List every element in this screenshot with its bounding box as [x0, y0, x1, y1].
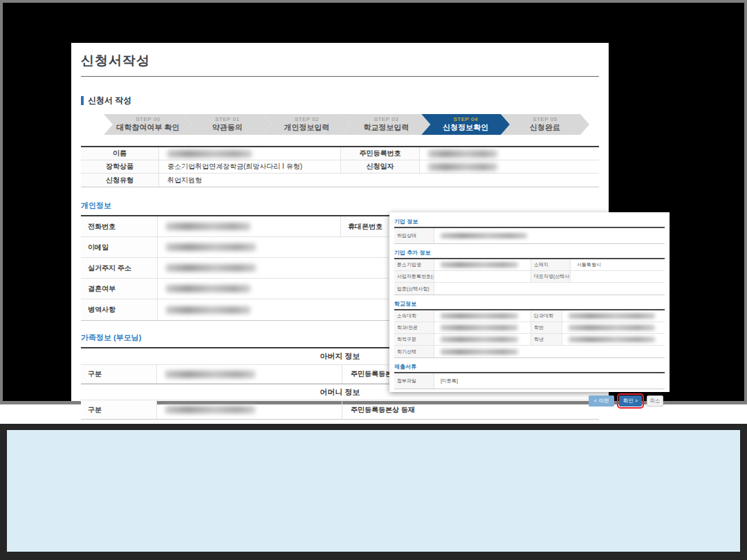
- location-label: 소재지: [531, 259, 571, 270]
- biz-no-label: 사업자등록번호(선택사항): [394, 271, 434, 282]
- table-row: 이름 주민등록번호: [81, 147, 599, 160]
- student-no-label: 학번: [531, 322, 562, 333]
- name-value: [159, 147, 341, 160]
- employment-status-label: 취업상태: [394, 228, 434, 243]
- table-row: 학과/전공 학번: [394, 322, 665, 334]
- table-row: 신청유형 취업지원형: [81, 174, 599, 187]
- industry-label: 업종(선택사항): [394, 283, 434, 295]
- step-01-terms-agreement: STEP 01 약관동의: [183, 114, 272, 135]
- step-number: STEP 05: [533, 116, 557, 123]
- step-05-complete: STEP 05 신청완료: [501, 114, 589, 135]
- attachment-value: [미등록]: [434, 373, 665, 389]
- phone-label: 전화번호: [81, 216, 158, 236]
- step-number: STEP 01: [215, 116, 239, 123]
- employment-status-value: [434, 228, 665, 243]
- bottom-dark-frame: [0, 424, 747, 560]
- redacted-mother: [165, 406, 255, 413]
- mother-type-label: 구분: [81, 400, 157, 419]
- confirm-button-highlighted[interactable]: 확인 >: [619, 395, 642, 407]
- father-type-label: 구분: [81, 365, 157, 383]
- redacted-phone: [166, 223, 250, 230]
- grade-label: 학년: [531, 334, 562, 345]
- company-info-heading: 기업 정보: [394, 218, 665, 225]
- type-label: 신청유형: [81, 174, 159, 187]
- company-extra-table: 중소기업명 소재지 서울특별시 사업자등록번호(선택사항) 대표자명(선택사항)…: [394, 258, 665, 295]
- attachment-label: 첨부파일: [394, 373, 434, 389]
- table-row: 첨부파일 [미등록]: [394, 373, 665, 389]
- table-row: 학적구분 학년: [394, 334, 665, 346]
- step-00-university-check: STEP 00 대학참여여부 확인: [104, 114, 192, 135]
- table-row: 업종(선택사항): [394, 283, 665, 295]
- date-label: 신청일자: [341, 160, 420, 173]
- product-value: 중소기업취업연계장학금(희망사다리 I 유형): [159, 160, 341, 173]
- page-title: 신청서작성: [81, 52, 599, 70]
- redacted-college: [569, 313, 655, 319]
- step-number: STEP 03: [374, 116, 398, 123]
- redacted-university: [441, 313, 518, 319]
- grade-value: [562, 334, 665, 345]
- redacted-semester: [441, 349, 518, 355]
- step-03-school-info: STEP 03 학교정보입력: [342, 114, 430, 135]
- step-label: 대학참여여부 확인: [116, 123, 179, 133]
- father-type-value: [157, 365, 342, 383]
- semester-value: [434, 346, 665, 357]
- cancel-button[interactable]: 취소: [647, 395, 663, 407]
- table-row: 중소기업명 소재지 서울특별시: [394, 259, 665, 271]
- semester-label: 학기선택: [394, 346, 434, 357]
- section-header: 신청서 작성: [81, 95, 599, 106]
- biz-no-value: [434, 271, 531, 282]
- enrollment-status-value: [434, 334, 531, 345]
- school-info-table: 소속대학 단과대학 학과/전공 학번 학적구분 학년 학기선택: [394, 309, 665, 358]
- screenshot-dark-backdrop: 신청서작성 신청서 작성 STEP 00 대학참여여부 확인 STEP 01 약…: [0, 0, 747, 404]
- type-value: 취업지원형: [159, 174, 599, 187]
- application-detail-popup: 기업 정보 취업상태 기업 추가 정보 중소기업명 소재지 서울특별시 사업자등…: [389, 212, 670, 392]
- company-extra-heading: 기업 추가 정보: [394, 249, 665, 256]
- step-label: 개인정보입력: [284, 123, 330, 133]
- table-row: 장학상품 중소기업취업연계장학금(희망사다리 I 유형) 신청일자: [81, 160, 599, 174]
- table-row: 사업자등록번호(선택사항) 대표자명(선택사항): [394, 271, 665, 283]
- enrollment-status-label: 학적구분: [394, 334, 434, 345]
- step-label: 신청정보확인: [443, 123, 488, 133]
- title-divider: [81, 76, 599, 77]
- rrn-value: [420, 147, 599, 160]
- step-02-personal-info: STEP 02 개인정보입력: [263, 114, 351, 135]
- section-header-label: 신청서 작성: [88, 95, 131, 106]
- redacted-military: [166, 306, 250, 314]
- redacted-email: [166, 243, 256, 251]
- redacted-enrollment: [441, 337, 518, 342]
- college-label: 단과대학: [531, 310, 562, 321]
- redacted-name: [167, 150, 252, 158]
- application-summary-table: 이름 주민등록번호 장학상품 중소기업취업연계장학금(희망사다리 I 유형) 신…: [81, 146, 599, 187]
- school-info-heading: 학교정보: [394, 300, 665, 308]
- redacted-father: [165, 371, 255, 378]
- military-label: 병역사항: [81, 299, 158, 320]
- redacted-major: [441, 325, 518, 330]
- company-name-label: 중소기업명: [394, 259, 434, 270]
- step-number: STEP 04: [454, 116, 478, 123]
- redacted-rrn: [428, 150, 497, 158]
- table-row: 소속대학 단과대학: [394, 310, 665, 322]
- redacted-grade: [569, 337, 655, 342]
- step-label: 약관동의: [212, 123, 243, 133]
- redacted-address: [166, 264, 256, 272]
- address-label: 실거주지 주소: [81, 258, 158, 278]
- section-header-bar: [81, 96, 84, 105]
- step-progress-bar: STEP 00 대학참여여부 확인 STEP 01 약관동의 STEP 02 개…: [104, 114, 589, 135]
- prev-button[interactable]: < 이전: [589, 395, 614, 407]
- name-label: 이름: [81, 147, 159, 160]
- ceo-value: [571, 271, 665, 282]
- empty-blue-panel: [7, 430, 740, 552]
- college-value: [562, 310, 665, 321]
- documents-table: 첨부파일 [미등록]: [394, 372, 665, 389]
- rrn-label: 주민등록번호: [341, 147, 420, 160]
- date-value: [420, 160, 599, 173]
- marriage-label: 결혼여부: [81, 279, 158, 299]
- step-number: STEP 02: [295, 116, 319, 123]
- table-row: 학기선택: [394, 346, 665, 357]
- email-label: 이메일: [81, 237, 158, 257]
- step-number: STEP 00: [136, 116, 160, 123]
- mother-type-value: [157, 400, 342, 419]
- university-label: 소속대학: [394, 310, 434, 321]
- major-value: [434, 322, 531, 333]
- step-04-confirm-info-active: STEP 04 신청정보확인: [421, 114, 510, 135]
